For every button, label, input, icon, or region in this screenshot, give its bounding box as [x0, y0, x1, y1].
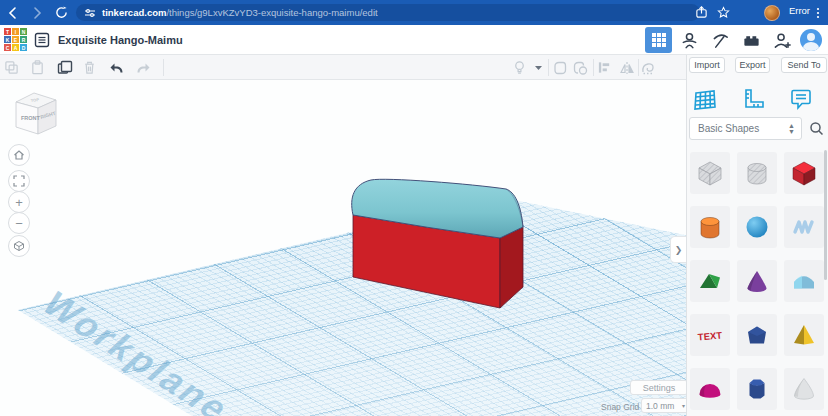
- shape-prism[interactable]: [737, 368, 777, 410]
- blocks-grid-icon[interactable]: [645, 27, 672, 53]
- back-icon[interactable]: [4, 4, 21, 21]
- undo-icon[interactable]: [108, 59, 125, 76]
- browser-chrome: tinkercad.com/things/g9LxvKZvYD3-exquisi…: [0, 0, 828, 25]
- shape-box[interactable]: [784, 152, 824, 194]
- align-icon[interactable]: [596, 59, 613, 76]
- logo-cell: T: [4, 28, 11, 35]
- url-path: /things/g9LxvKZvYD3-exquisite-hango-maim…: [166, 7, 377, 18]
- logo-cell: C: [4, 44, 11, 51]
- shape-box-hole[interactable]: [690, 152, 730, 194]
- fit-view-icon[interactable]: [8, 170, 30, 192]
- forward-icon[interactable]: [28, 4, 45, 21]
- paste-icon[interactable]: [29, 59, 46, 76]
- panel-scrollbar[interactable]: [824, 150, 827, 280]
- mirror-icon[interactable]: [618, 59, 635, 76]
- tinkercad-app: tinkercad.com/things/g9LxvKZvYD3-exquisi…: [0, 0, 828, 416]
- ungroup-icon[interactable]: [571, 59, 588, 76]
- refresh-icon[interactable]: [53, 4, 70, 21]
- profile-avatar[interactable]: [764, 5, 780, 21]
- zoom-in-icon[interactable]: +: [8, 191, 30, 213]
- perspective-icon[interactable]: [8, 235, 30, 257]
- error-badge[interactable]: Error: [789, 5, 810, 16]
- design-title[interactable]: Exquisite Hango-Maimu: [58, 34, 183, 46]
- shape-round-roof[interactable]: [784, 260, 824, 302]
- logo-cell: I: [12, 28, 19, 35]
- svg-text:TEXT: TEXT: [697, 329, 722, 342]
- zoom-out-icon[interactable]: −: [8, 212, 30, 234]
- share-icon[interactable]: [693, 4, 710, 21]
- shape-scribble[interactable]: [784, 206, 824, 248]
- star-icon[interactable]: [715, 4, 732, 21]
- invite-icon[interactable]: [769, 27, 796, 53]
- delete-icon[interactable]: [81, 59, 98, 76]
- snap-grid-label: Snap Grid: [601, 402, 639, 412]
- copy-icon[interactable]: [3, 59, 20, 76]
- shape-text[interactable]: TEXT: [690, 314, 730, 356]
- logo-cell: R: [20, 36, 27, 43]
- menu-dots-icon[interactable]: [809, 4, 826, 21]
- pickaxe-icon[interactable]: [707, 27, 734, 53]
- spiral-icon[interactable]: [639, 59, 656, 76]
- shape-gallery: TEXT: [687, 55, 828, 416]
- home-icon[interactable]: [8, 144, 30, 166]
- shape-roof[interactable]: [690, 260, 730, 302]
- address-bar[interactable]: tinkercad.com/things/g9LxvKZvYD3-exquisi…: [76, 4, 700, 21]
- tinkercad-logo[interactable]: TINKERCAD: [4, 28, 27, 51]
- logo-cell: D: [20, 44, 27, 51]
- design-list-icon[interactable]: [34, 32, 50, 52]
- shape-cone[interactable]: [737, 260, 777, 302]
- brick-icon[interactable]: [738, 27, 765, 53]
- user-avatar[interactable]: [800, 29, 822, 51]
- shape-paraboloid[interactable]: [784, 368, 824, 410]
- logo-cell: A: [12, 44, 19, 51]
- url-host: tinkercad.com: [102, 7, 166, 18]
- shape-sphere[interactable]: [737, 206, 777, 248]
- gingerbread-icon[interactable]: [676, 27, 703, 53]
- logo-cell: N: [20, 28, 27, 35]
- logo-cell: E: [12, 36, 19, 43]
- tune-icon: [84, 7, 96, 19]
- shapes-panel: Import Export Send To Basic Shapes ▲▼ TE…: [686, 55, 828, 416]
- show-all-caret-icon[interactable]: [530, 59, 547, 76]
- chest-model[interactable]: [0, 80, 686, 416]
- view-cube-front-label[interactable]: FRONT: [21, 115, 41, 121]
- viewport-3d[interactable]: Workplane FRONT RIGHT TOP +: [0, 80, 686, 416]
- group-icon[interactable]: [551, 59, 568, 76]
- shape-polygon[interactable]: [737, 314, 777, 356]
- chest-side-face: [500, 227, 523, 308]
- duplicate-icon[interactable]: [56, 59, 73, 76]
- view-cube[interactable]: FRONT RIGHT TOP: [8, 88, 64, 140]
- shape-cylinder[interactable]: [690, 206, 730, 248]
- shape-cylinder-hole[interactable]: [737, 152, 777, 194]
- settings-button[interactable]: Settings: [630, 380, 686, 395]
- panel-collapse-tab[interactable]: ❯: [670, 236, 686, 263]
- show-all-icon[interactable]: [511, 59, 528, 76]
- logo-cell: K: [4, 36, 11, 43]
- redo-icon[interactable]: [134, 59, 151, 76]
- snap-grid-value: 1.0 mm: [646, 401, 674, 411]
- app-header: TINKERCAD Exquisite Hango-Maimu: [0, 25, 828, 55]
- shape-half-sphere[interactable]: [690, 368, 730, 410]
- shape-pyramid[interactable]: [784, 314, 824, 356]
- snap-grid-caret-icon: ▾: [682, 402, 685, 409]
- snap-grid-dropdown[interactable]: 1.0 mm ▾: [641, 398, 686, 413]
